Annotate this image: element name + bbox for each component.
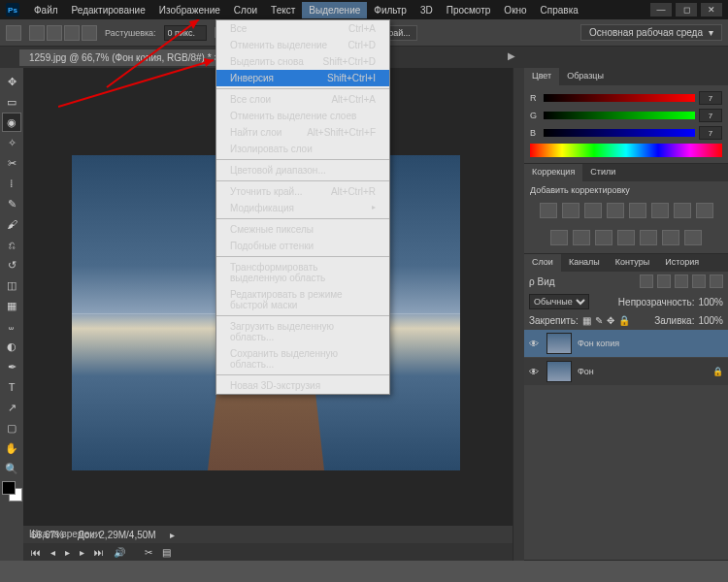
goto-last-icon[interactable]: ⏭ [94,547,104,558]
layer-item[interactable]: 👁 Фон 🔒 [524,358,728,385]
b-slider[interactable] [544,129,695,137]
tab-adjustments[interactable]: Коррекция [524,164,582,181]
document-tab[interactable]: 1259.jpg @ 66,7% (Фон копия, RGB/8#) * × [19,49,229,66]
layer-thumbnail[interactable] [546,333,572,354]
menu-item[interactable]: Цветовой диапазон... [216,162,389,178]
menu-фильтр[interactable]: Фильтр [367,2,414,18]
transition-icon[interactable]: ▤ [162,547,171,558]
tab-swatches[interactable]: Образцы [559,68,612,85]
visibility-icon[interactable]: 👁 [529,367,541,377]
menu-слои[interactable]: Слои [227,2,264,18]
menu-окно[interactable]: Окно [497,2,533,18]
magic-wand-tool[interactable]: ✧ [2,133,21,152]
invert-icon[interactable] [595,230,612,245]
eraser-tool[interactable]: ◫ [2,275,21,295]
crop-tool[interactable]: ✂ [2,153,21,173]
tab-paths[interactable]: Контуры [608,254,657,272]
audio-icon[interactable]: 🔊 [114,547,125,558]
menu-item[interactable]: Изолировать слои [216,141,389,157]
layer-name[interactable]: Фон [578,367,594,376]
menu-item[interactable]: Подобные оттенки [216,238,389,254]
brightness-icon[interactable] [540,203,557,218]
filter-text-icon[interactable] [675,275,688,288]
spectrum-bar[interactable] [530,144,722,157]
prev-frame-icon[interactable]: ◂ [50,547,55,558]
blur-tool[interactable]: ⩊ [2,316,21,336]
filter-smart-icon[interactable] [710,275,723,288]
layer-name[interactable]: Фон копия [578,339,619,348]
menu-справка[interactable]: Справка [534,2,585,18]
feather-input[interactable] [164,25,207,41]
close-button[interactable]: ✕ [701,3,722,16]
lock-paint-icon[interactable]: ✎ [595,315,603,326]
tab-history[interactable]: История [657,254,707,272]
menu-item[interactable]: Отменить выделениеCtrl+D [216,37,389,53]
menu-файл[interactable]: Файл [27,2,65,18]
brush-tool[interactable]: 🖌 [2,214,21,234]
color-lookup-icon[interactable] [573,230,590,245]
menu-item[interactable]: Отменить выделение слоев [216,108,389,124]
clone-tool[interactable]: ⎌ [2,235,21,254]
menu-item[interactable]: Трансформировать выделенную область [216,259,389,286]
menu-изображение[interactable]: Изображение [152,2,227,18]
menu-item[interactable]: ИнверсияShift+Ctrl+I [216,70,389,86]
menu-item[interactable]: Новая 3D-экструзия [216,377,389,394]
gradient-map-icon[interactable] [662,230,679,245]
menu-редактирование[interactable]: Редактирование [65,2,152,18]
path-tool[interactable]: ↗ [2,398,21,417]
menu-item[interactable]: Смежные пикселы [216,221,389,238]
eyedropper-tool[interactable]: ⁞ [2,174,21,193]
play-icon[interactable]: ▸ [65,547,70,558]
menu-item[interactable]: Найти слоиAlt+Shift+Ctrl+F [216,124,389,141]
text-tool[interactable]: T [2,377,21,397]
tab-color[interactable]: Цвет [524,68,559,85]
layer-item[interactable]: 👁 Фон копия [524,330,728,357]
g-value[interactable]: 7 [699,109,722,122]
visibility-icon[interactable]: 👁 [529,339,541,349]
tab-layers[interactable]: Слои [524,254,561,272]
tab-styles[interactable]: Стили [582,164,623,181]
menu-item[interactable]: Загрузить выделенную область... [216,318,389,345]
menu-item[interactable]: Модификация▸ [216,200,389,216]
tab-channels[interactable]: Каналы [561,254,608,272]
chevron-right-icon[interactable]: ▸ [170,530,175,540]
zoom-tool[interactable]: 🔍 [2,459,21,478]
minimize-button[interactable]: — [650,3,672,16]
split-icon[interactable]: ✂ [145,547,152,558]
healing-tool[interactable]: ✎ [2,194,21,213]
lock-all-icon[interactable]: 🔒 [618,315,630,326]
photo-filter-icon[interactable] [696,203,713,218]
lasso-tool[interactable]: ◉ [2,113,21,132]
dodge-tool[interactable]: ◐ [2,337,21,356]
levels-icon[interactable] [562,203,579,218]
bw-icon[interactable] [674,203,691,218]
foreground-swatch[interactable] [2,481,16,495]
pen-tool[interactable]: ✒ [2,357,21,376]
menu-item[interactable]: Редактировать в режиме быстрой маски [216,286,389,313]
curves-icon[interactable] [584,203,602,218]
filter-image-icon[interactable] [640,275,653,288]
selective-color-icon[interactable] [684,230,702,245]
menu-item[interactable]: Сохранить выделенную область... [216,345,389,372]
g-slider[interactable] [544,112,695,119]
history-brush-tool[interactable]: ↺ [2,255,21,275]
play-button[interactable]: ▶ [503,47,520,64]
move-tool[interactable]: ✥ [2,72,21,91]
menu-item[interactable]: Все слоиAlt+Ctrl+A [216,91,389,108]
channel-mixer-icon[interactable] [550,230,568,245]
next-frame-icon[interactable]: ▸ [80,547,84,558]
goto-first-icon[interactable]: ⏮ [31,547,41,558]
active-tool-icon[interactable] [6,25,21,41]
gradient-tool[interactable]: ▦ [2,296,21,315]
selection-mode-icons[interactable] [29,25,97,41]
layer-thumbnail[interactable] [546,361,572,382]
posterize-icon[interactable] [617,230,635,245]
menu-выделение[interactable]: Выделение [302,2,367,18]
marquee-tool[interactable]: ▭ [2,92,21,112]
hand-tool[interactable]: ✋ [2,438,21,458]
menu-item[interactable]: Уточнить край...Alt+Ctrl+R [216,183,389,200]
color-swatches[interactable] [2,481,23,501]
menu-текст[interactable]: Текст [264,2,302,18]
panel-collapse-strip[interactable] [513,68,524,561]
shape-tool[interactable]: ▢ [2,418,21,437]
